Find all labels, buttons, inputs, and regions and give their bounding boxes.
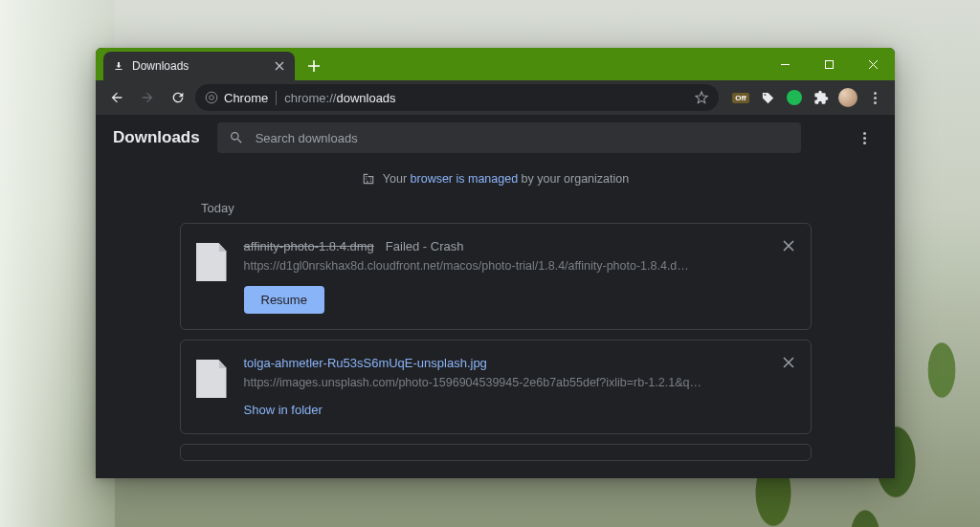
remove-download-button[interactable] <box>780 237 797 254</box>
search-field-wrapper <box>217 122 801 153</box>
maximize-button[interactable] <box>807 48 851 80</box>
svg-point-1 <box>206 92 217 103</box>
extension-grammarly[interactable] <box>782 85 807 110</box>
download-url: https://images.unsplash.com/photo-159690… <box>244 376 732 389</box>
omnibox-label: Chrome <box>224 91 268 105</box>
search-icon <box>229 130 244 145</box>
profile-button[interactable] <box>835 85 860 110</box>
avatar-icon <box>838 88 858 107</box>
close-icon <box>275 61 284 71</box>
back-button[interactable] <box>103 84 130 111</box>
minimize-icon <box>780 59 791 70</box>
extensions-button[interactable] <box>809 85 834 110</box>
chrome-icon <box>205 91 218 104</box>
arrow-right-icon <box>140 90 155 105</box>
extension-tag[interactable] <box>755 85 780 110</box>
kebab-icon <box>863 132 866 144</box>
arrow-left-icon <box>109 90 124 105</box>
maximize-icon <box>824 59 835 70</box>
date-section-label: Today <box>201 201 895 215</box>
puzzle-icon <box>813 90 829 105</box>
close-icon <box>783 357 794 368</box>
download-item: affinity-photo-1.8.4.dmg Failed - Crash … <box>180 223 812 330</box>
reload-button[interactable] <box>165 84 191 111</box>
page-title: Downloads <box>113 128 200 147</box>
star-icon <box>694 90 709 105</box>
close-icon <box>868 59 879 70</box>
file-icon <box>196 243 227 281</box>
download-url: https://d1gl0nrskhax8d.cloudfront.net/ma… <box>244 259 732 273</box>
svg-rect-0 <box>825 60 833 68</box>
kebab-icon <box>874 92 877 104</box>
remove-download-button[interactable] <box>780 354 797 371</box>
managed-link[interactable]: browser is managed <box>411 172 519 186</box>
close-tab-button[interactable] <box>272 58 287 74</box>
off-badge-icon: Off <box>732 93 749 103</box>
download-status: Failed - Crash <box>386 239 464 253</box>
omnibox-url: chrome://downloads <box>284 91 395 105</box>
tag-icon <box>761 91 775 105</box>
download-item: tolga-ahmetler-Ru53sS6mUqE-unsplash.jpg … <box>180 340 812 434</box>
download-icon <box>113 60 124 72</box>
close-window-button[interactable] <box>851 48 895 80</box>
close-icon <box>783 240 794 252</box>
chrome-menu-button[interactable] <box>862 85 887 110</box>
minimize-button[interactable] <box>763 48 807 80</box>
forward-button[interactable] <box>134 84 161 111</box>
svg-point-2 <box>210 96 214 100</box>
new-tab-button[interactable] <box>301 53 327 79</box>
address-bar[interactable]: Chrome chrome://downloads <box>195 84 719 111</box>
browser-window: Downloads <box>96 48 895 478</box>
bookmark-button[interactable] <box>694 90 709 105</box>
titlebar: Downloads <box>96 48 895 80</box>
site-identity: Chrome <box>205 91 277 105</box>
toolbar: Chrome chrome://downloads Off <box>96 80 895 115</box>
browser-tab[interactable]: Downloads <box>103 52 295 80</box>
downloads-page: Downloads Your browser is managed by you… <box>96 115 895 478</box>
search-input[interactable] <box>256 131 790 145</box>
downloads-menu-button[interactable] <box>851 124 878 151</box>
download-filename[interactable]: tolga-ahmetler-Ru53sS6mUqE-unsplash.jpg <box>244 356 487 370</box>
file-icon <box>196 360 227 398</box>
reload-icon <box>170 90 186 105</box>
green-circle-icon <box>787 90 802 105</box>
resume-button[interactable]: Resume <box>244 286 324 314</box>
downloads-list-scroll[interactable]: Your browser is managed by your organiza… <box>96 161 895 478</box>
show-in-folder-button[interactable]: Show in folder <box>244 403 323 417</box>
download-filename: affinity-photo-1.8.4.dmg <box>244 239 374 253</box>
tab-title: Downloads <box>132 59 189 73</box>
download-item <box>180 444 812 461</box>
plus-icon <box>307 59 321 73</box>
extension-off-badge[interactable]: Off <box>728 85 753 110</box>
managed-notice: Your browser is managed by your organiza… <box>96 161 895 193</box>
building-icon <box>362 172 375 186</box>
